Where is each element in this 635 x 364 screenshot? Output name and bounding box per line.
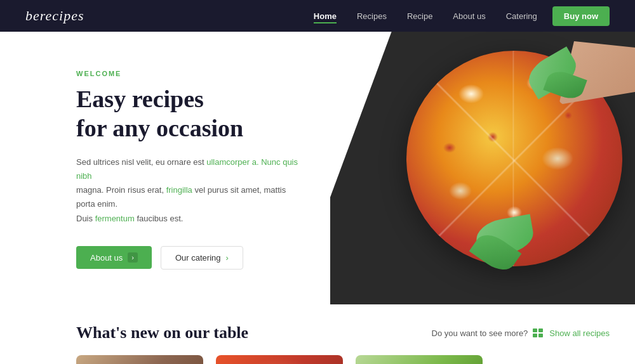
nav-links: Home Recipes Recipe About us Catering (314, 10, 537, 22)
bottom-section: What's new on our table Do you want to s… (0, 304, 635, 364)
nav-item-recipe[interactable]: Recipe (407, 10, 432, 22)
our-catering-button[interactable]: Our catering › (161, 246, 243, 270)
hero-link-fermentum[interactable]: fermentum (95, 214, 135, 223)
hero-link-fringilla[interactable]: fringilla (166, 185, 192, 195)
nav-link-aboutus[interactable]: About us (453, 11, 485, 21)
grid-icon (533, 328, 544, 337)
hero-title-line2: for any occasion (76, 115, 243, 141)
nav-item-catering[interactable]: Catering (506, 10, 537, 22)
recipe-cards-row (76, 355, 610, 364)
hero-buttons: About us › Our catering › (76, 246, 305, 270)
hero-description: Sed ultrices nisl velit, eu ornare est u… (76, 155, 305, 225)
our-catering-label: Our catering (175, 253, 221, 263)
show-all-recipes-link[interactable]: Show all recipes (549, 328, 610, 338)
nav-item-home[interactable]: Home (314, 10, 337, 22)
nav-item-aboutus[interactable]: About us (453, 10, 485, 22)
svg-rect-1 (538, 328, 543, 332)
nav-link-home[interactable]: Home (314, 11, 337, 23)
recipe-card-2[interactable] (216, 355, 343, 364)
about-us-button[interactable]: About us › (76, 246, 152, 269)
hero-image-area (330, 32, 635, 304)
our-catering-arrow-icon: › (226, 253, 229, 263)
navbar: berecipes Home Recipes Recipe About us C… (0, 0, 635, 32)
buy-now-button[interactable]: Buy now (552, 6, 610, 26)
show-more-area: Do you want to see more? Show all recipe… (432, 328, 610, 338)
hero-content: WELCOME Easy recipes for any occasion Se… (0, 32, 330, 304)
hero-link-ullamcorper[interactable]: ullamcorper a. Nunc quis nibh (76, 157, 298, 181)
see-more-text: Do you want to see more? (432, 328, 528, 338)
brand-logo[interactable]: berecipes (25, 8, 84, 24)
nav-link-recipe[interactable]: Recipe (407, 11, 432, 21)
svg-rect-3 (538, 334, 543, 337)
recipe-card-1[interactable] (76, 355, 203, 364)
welcome-label: WELCOME (76, 70, 305, 77)
hero-title: Easy recipes for any occasion (76, 85, 305, 143)
nav-item-recipes[interactable]: Recipes (357, 10, 387, 22)
nav-link-catering[interactable]: Catering (506, 11, 537, 21)
recipe-card-3[interactable] (356, 355, 483, 364)
nav-link-recipes[interactable]: Recipes (357, 11, 387, 21)
new-on-table-title: What's new on our table (76, 323, 248, 342)
about-us-arrow-icon: › (128, 252, 138, 263)
svg-rect-0 (533, 328, 537, 332)
bottom-header: What's new on our table Do you want to s… (76, 323, 610, 342)
hero-title-line1: Easy recipes (76, 86, 204, 112)
hero-section: WELCOME Easy recipes for any occasion Se… (0, 32, 635, 304)
svg-rect-2 (533, 334, 537, 337)
about-us-label: About us (90, 253, 123, 263)
